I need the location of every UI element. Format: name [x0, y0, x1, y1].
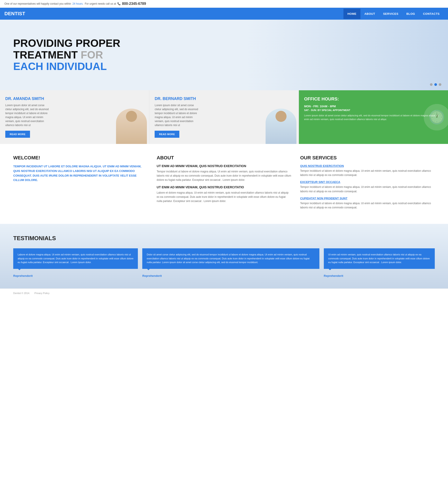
- navbar: DENTIST HOME ABOUT SERVICES BLOG CONTACT…: [0, 8, 448, 20]
- hero-line1: PROVIDING PROPER: [13, 37, 120, 49]
- testimonial-card-2: Dolor sit amet corse ctetur adipiscing e…: [142, 248, 319, 269]
- testimonial-author-3: Reprehenderit: [324, 274, 435, 278]
- service-text-3: Tempor incididunt ut labore et dolore ma…: [300, 201, 435, 210]
- about-heading2: UT ENIM AD MINIM VENIAM, QUIS NOSTRUD EX…: [157, 186, 291, 189]
- nav-blog[interactable]: BLOG: [402, 9, 419, 19]
- hero-dot-1[interactable]: [430, 83, 433, 86]
- testimonial-wrapper-1: Labore et dolore magna aliqua. Ut enim a…: [13, 248, 138, 278]
- service-text-1: Tempor incididunt ut labore et dolore ma…: [300, 169, 435, 177]
- doctor-card-1: DR. AMANDA SMITH Lorem ipsum dolor sit a…: [0, 90, 149, 144]
- nav-home[interactable]: HOME: [343, 9, 360, 19]
- hero-line2-black: TREATMENT: [13, 49, 78, 61]
- welcome-title: WELCOME!: [13, 155, 148, 161]
- doctor2-name: DR. BERNARD SMITH: [155, 96, 293, 101]
- hero-line2-gray: FOR: [81, 49, 103, 61]
- topbar-message: One of our representatives will happily …: [4, 2, 71, 5]
- doctor1-read-more[interactable]: READ MORE: [5, 131, 30, 138]
- testimonial-text-2: Dolor sit amet corse ctetur adipiscing e…: [147, 253, 310, 264]
- hero-section: PROVIDING PROPER TREATMENT FOR EACH INDI…: [0, 20, 448, 90]
- doctor1-desc: Lorem ipsum dolor sit amet corse ctetur …: [5, 103, 49, 127]
- testimonial-wrapper-2: Dolor sit amet corse ctetur adipiscing e…: [142, 248, 319, 278]
- office-hours-desc: Lorem ipsum dolor sit amet corse ctetur …: [304, 114, 443, 121]
- doctor-card-2: DR. BERNARD SMITH Lorem ipsum dolor sit …: [149, 90, 299, 144]
- about-column: ABOUT UT ENIM AD MINIM VENIAM, QUIS NOST…: [157, 155, 291, 213]
- topbar-highlight: 24 hours.: [72, 2, 83, 5]
- doctor1-name: DR. AMANDA SMITH: [5, 96, 144, 101]
- nav-contacts[interactable]: CONTACTS: [419, 9, 444, 19]
- doctor2-image: [266, 108, 297, 144]
- testimonial-author-2: Reprehenderit: [142, 274, 319, 278]
- hero-line3: EACH INDIVIDUAL: [13, 61, 120, 72]
- welcome-text: TEMPOR INCIDIDUNT UT LABORE ET DOLORE MA…: [13, 164, 148, 183]
- hero-text: PROVIDING PROPER TREATMENT FOR EACH INDI…: [13, 38, 120, 72]
- office-hours-weekday: MON - FRI: 10AM - 8PM: [304, 105, 443, 108]
- about-title: ABOUT: [157, 155, 291, 161]
- doctor1-image: [116, 108, 147, 144]
- doctors-section: DR. AMANDA SMITH Lorem ipsum dolor sit a…: [0, 90, 448, 144]
- doctor2-name-blue: BERNARD SMITH: [163, 96, 196, 101]
- services-column: OUR SERVICES QUIS NOSTRUD EXERCITATION T…: [300, 155, 435, 213]
- doctor1-name-blue: AMANDA SMITH: [13, 96, 44, 101]
- nav-logo[interactable]: DENTIST: [4, 8, 30, 20]
- content-section: WELCOME! TEMPOR INCIDIDUNT UT LABORE ET …: [0, 144, 448, 224]
- testimonials-grid: Labore et dolore magna aliqua. Ut enim a…: [13, 248, 435, 278]
- hero-heading: PROVIDING PROPER TREATMENT FOR EACH INDI…: [13, 38, 120, 72]
- about-text2: Labore et dolore magna aliqua. Ut enim a…: [157, 191, 291, 203]
- topbar-urgent: For urgent needs call us at: [85, 2, 116, 5]
- office-hours-weekend: SAT - SUN: BY SPECIAL APPOINTMENT: [304, 109, 443, 111]
- footer-copyright: Dentist © 2014.: [13, 292, 30, 294]
- nav-links: HOME ABOUT SERVICES BLOG CONTACTS: [343, 9, 444, 19]
- office-hours-title: OFFICE HOURS:: [304, 96, 443, 102]
- testimonial-text-3: Ut enim ad minim veniam, quis nostrud ex…: [328, 253, 430, 264]
- clock-icon: 🕐: [424, 104, 448, 130]
- doctor2-read-more[interactable]: READ MORE: [155, 131, 179, 138]
- testimonial-text-1: Labore et dolore magna aliqua. Ut enim a…: [18, 253, 134, 264]
- phone-icon: 📞: [117, 2, 121, 5]
- topbar-phone: 800-2345-6789: [122, 2, 146, 6]
- service-link-3[interactable]: CUPIDATAT NON PROIDENT SUNT: [300, 197, 435, 200]
- service-link-2[interactable]: EXCEPTEUR SINT OCCAECA: [300, 180, 435, 184]
- doctor2-desc: Lorem ipsum dolor sit amet corse ctetur …: [155, 103, 199, 127]
- testimonial-card-1: Labore et dolore magna aliqua. Ut enim a…: [13, 248, 138, 269]
- top-bar: One of our representatives will happily …: [0, 0, 448, 8]
- welcome-column: WELCOME! TEMPOR INCIDIDUNT UT LABORE ET …: [13, 155, 148, 213]
- office-hours-card: OFFICE HOURS: MON - FRI: 10AM - 8PM SAT …: [299, 90, 448, 144]
- hero-dot-3[interactable]: [439, 83, 441, 86]
- service-text-2: Tempor incididunt ut labore et dolore ma…: [300, 185, 435, 193]
- hero-dots: [430, 83, 441, 86]
- hero-dot-2[interactable]: [434, 83, 437, 86]
- service-link-1[interactable]: QUIS NOSTRUD EXERCITATION: [300, 164, 435, 168]
- nav-about[interactable]: ABOUT: [360, 9, 379, 19]
- testimonials-title: TESTIMONIALS: [13, 235, 435, 242]
- services-title: OUR SERVICES: [300, 155, 435, 161]
- testimonial-card-3: Ut enim ad minim veniam, quis nostrud ex…: [324, 248, 435, 269]
- testimonial-wrapper-3: Ut enim ad minim veniam, quis nostrud ex…: [324, 248, 435, 278]
- about-heading1: UT ENIM AD MINIM VENIAM, QUIS NOSTRUD EX…: [157, 164, 291, 168]
- nav-services[interactable]: SERVICES: [379, 9, 403, 19]
- testimonial-author-1: Reprehenderit: [13, 274, 138, 278]
- footer-privacy[interactable]: Privacy Policy: [34, 292, 49, 294]
- testimonials-section: TESTIMONIALS Labore et dolore magna aliq…: [0, 224, 448, 289]
- about-text1: Tempor incididunt ut labore et dolore ma…: [157, 170, 291, 182]
- footer: Dentist © 2014. Privacy Policy: [0, 289, 448, 297]
